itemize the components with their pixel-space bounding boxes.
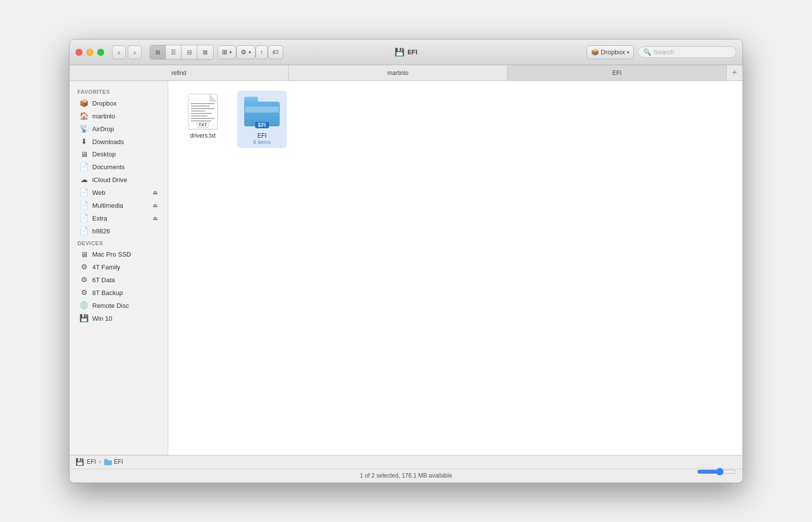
- sidebar-item-win10-label: Win 10: [92, 315, 158, 322]
- column-view-button[interactable]: ⊟: [182, 45, 197, 59]
- path-breadcrumb: 💾 EFI › EFI: [70, 455, 742, 469]
- remote-disc-icon: 💿: [79, 301, 88, 310]
- sidebar-item-win10[interactable]: 💾 Win 10: [72, 312, 166, 325]
- mac-pro-ssd-icon: 🖥: [79, 250, 88, 259]
- home-icon: 🏠: [79, 112, 88, 120]
- sidebar-item-web-label: Web: [92, 189, 148, 196]
- txt-badge: TXT: [197, 122, 209, 128]
- file-area[interactable]: TXT drivers.txt EFI EFI 6 it: [168, 81, 742, 455]
- sidebar-item-desktop-label: Desktop: [92, 150, 158, 158]
- web-eject-icon[interactable]: ⏏: [152, 189, 158, 196]
- path-segment-martinlo-label: martinlo: [387, 70, 408, 76]
- arrange-chevron: ▾: [229, 50, 232, 55]
- sidebar-item-dropbox-label: Dropbox: [92, 100, 158, 107]
- file-icon-wrapper-folder: EFI: [244, 94, 280, 129]
- sidebar-item-multimedia[interactable]: 📄 Multimedia ⏏: [72, 199, 166, 212]
- share-button[interactable]: ↑: [256, 45, 268, 59]
- dropbox-button[interactable]: 📦 Dropbox ▾: [587, 45, 634, 59]
- sidebar-item-documents[interactable]: 📄 Documents: [72, 160, 166, 173]
- forward-button[interactable]: ›: [128, 45, 142, 59]
- tag-icon: 🏷: [272, 48, 279, 56]
- sidebar-item-extra[interactable]: 📄 Extra ⏏: [72, 212, 166, 224]
- sidebar-item-downloads[interactable]: ⬇ Downloads: [72, 135, 166, 148]
- sidebar-item-mac-pro-ssd[interactable]: 🖥 Mac Pro SSD: [72, 248, 166, 261]
- nav-buttons: ‹ ›: [112, 45, 142, 59]
- action-button[interactable]: ⚙ ▾: [236, 45, 256, 59]
- sidebar-item-martinlo[interactable]: 🏠 martinlo: [72, 110, 166, 122]
- sidebar-item-icloud[interactable]: ☁ iCloud Drive: [72, 173, 166, 186]
- extra-eject-icon[interactable]: ⏏: [152, 215, 158, 222]
- sidebar-item-8t-backup[interactable]: ⚙ 8T Backup: [72, 286, 166, 299]
- search-box[interactable]: 🔍: [638, 46, 737, 58]
- traffic-lights: [75, 49, 104, 56]
- main-content: Favorites 📦 Dropbox 🏠 martinlo 📡 AirDrop…: [70, 81, 742, 455]
- status-bar: 💾 EFI › EFI 1 of 2 selected, 176.1 MB av…: [70, 455, 742, 483]
- sidebar-item-remote-disc[interactable]: 💿 Remote Disc: [72, 299, 166, 312]
- tag-button[interactable]: 🏷: [268, 45, 283, 59]
- add-path-button[interactable]: +: [727, 65, 742, 80]
- dropbox-sidebar-icon: 📦: [79, 99, 88, 108]
- back-button[interactable]: ‹: [112, 45, 126, 59]
- txt-line-2: [191, 106, 210, 107]
- search-input[interactable]: [654, 48, 728, 56]
- extra-icon: 📄: [79, 214, 88, 223]
- arrange-button[interactable]: ⊞ ▾: [218, 45, 236, 59]
- icon-view-button[interactable]: ⊞: [150, 45, 166, 59]
- gallery-view-button[interactable]: ⊠: [197, 45, 213, 59]
- txt-line-1: [191, 103, 215, 104]
- txt-line-8: [191, 120, 211, 121]
- dropbox-chevron: ▾: [627, 50, 629, 55]
- sidebar-item-h9826[interactable]: 📄 h9826: [72, 224, 166, 237]
- sidebar-item-icloud-label: iCloud Drive: [92, 176, 158, 184]
- list-view-icon: ☰: [171, 49, 176, 56]
- zoom-slider-container: [697, 468, 737, 476]
- file-item-drivers-txt[interactable]: TXT drivers.txt: [178, 91, 227, 148]
- file-item-efi-folder[interactable]: EFI EFI 6 items: [237, 91, 287, 148]
- sidebar-item-downloads-label: Downloads: [92, 138, 158, 146]
- column-view-icon: ⊟: [187, 49, 192, 56]
- sidebar-item-4t-family[interactable]: ⚙ 4T Family: [72, 261, 166, 273]
- txt-file-icon: TXT: [188, 94, 218, 129]
- txt-file-lines: [191, 103, 215, 121]
- sidebar-item-extra-label: Extra: [92, 215, 148, 222]
- sidebar-item-web[interactable]: 📄 Web ⏏: [72, 186, 166, 199]
- sidebar-item-desktop[interactable]: 🖥 Desktop: [72, 148, 166, 160]
- view-mode-group: ⊞ ☰ ⊟ ⊠: [149, 45, 214, 60]
- folder-badge: EFI: [255, 122, 269, 128]
- file-icon-wrapper-txt: TXT: [185, 94, 221, 129]
- titlebar: ‹ › ⊞ ☰ ⊟ ⊠ ⊞ ▾ ⚙ ▾: [70, 39, 742, 65]
- multimedia-icon: 📄: [79, 201, 88, 210]
- sidebar-item-airdrop[interactable]: 📡 AirDrop: [72, 122, 166, 135]
- h9826-icon: 📄: [79, 226, 88, 235]
- window-title-text: EFI: [407, 48, 417, 56]
- dropbox-label: Dropbox: [601, 48, 625, 56]
- path-segment-efi[interactable]: EFI: [508, 65, 727, 80]
- status-info-text: 1 of 2 selected, 176.1 MB available: [360, 472, 452, 479]
- action-chevron: ▾: [249, 50, 251, 55]
- txt-line-7: [191, 118, 215, 119]
- breadcrumb-folder: EFI: [104, 458, 123, 465]
- web-icon: 📄: [79, 188, 88, 197]
- breadcrumb-folder-icon: [104, 459, 112, 465]
- txt-line-5: [191, 113, 212, 114]
- sidebar-item-multimedia-label: Multimedia: [92, 202, 148, 209]
- sidebar-item-dropbox[interactable]: 📦 Dropbox: [72, 97, 166, 110]
- path-segment-refind[interactable]: refind: [70, 65, 289, 80]
- 8t-backup-icon: ⚙: [79, 288, 88, 297]
- back-icon: ‹: [118, 48, 120, 56]
- icloud-icon: ☁: [79, 175, 88, 184]
- desktop-icon: 🖥: [79, 150, 88, 158]
- sidebar-item-remote-disc-label: Remote Disc: [92, 302, 158, 309]
- minimize-button[interactable]: [86, 49, 93, 56]
- list-view-button[interactable]: ☰: [166, 45, 182, 59]
- gallery-view-icon: ⊠: [203, 49, 208, 56]
- gear-icon: ⚙: [241, 48, 247, 56]
- zoom-button[interactable]: [97, 49, 104, 56]
- sidebar-item-4t-family-label: 4T Family: [92, 263, 158, 271]
- path-segment-martinlo[interactable]: martinlo: [289, 65, 508, 80]
- multimedia-eject-icon[interactable]: ⏏: [152, 202, 158, 209]
- zoom-slider[interactable]: [697, 468, 737, 476]
- sidebar-item-6t-data[interactable]: ⚙ 6T Data: [72, 273, 166, 286]
- close-button[interactable]: [75, 49, 82, 56]
- folder-icon: EFI: [244, 97, 280, 126]
